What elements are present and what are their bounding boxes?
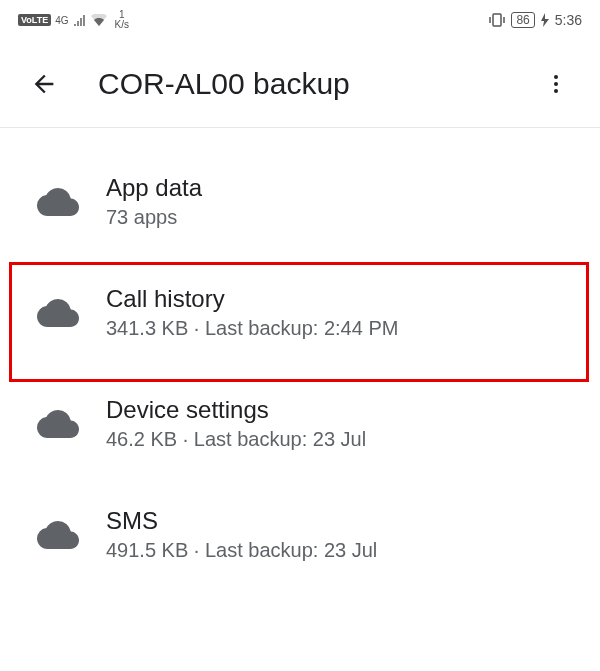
more-options-button[interactable] xyxy=(536,64,576,104)
app-bar: COR-AL00 backup xyxy=(0,40,600,128)
back-button[interactable] xyxy=(24,64,64,104)
item-title: Call history xyxy=(106,285,576,313)
cloud-icon xyxy=(24,299,92,327)
clock: 5:36 xyxy=(555,12,582,28)
page-title: COR-AL00 backup xyxy=(98,67,536,101)
speed-unit: K/s xyxy=(115,20,129,30)
list-item-sms[interactable]: SMS 491.5 KB · Last backup: 23 Jul xyxy=(0,479,600,590)
signal-icon xyxy=(73,14,87,26)
list-item-call-history[interactable]: Call history 341.3 KB · Last backup: 2:4… xyxy=(0,257,600,368)
battery-indicator: 86 xyxy=(511,12,534,28)
item-subtitle: 46.2 KB · Last backup: 23 Jul xyxy=(106,428,576,451)
list-item-app-data[interactable]: App data 73 apps xyxy=(0,146,600,257)
backup-list: App data 73 apps Call history 341.3 KB ·… xyxy=(0,128,600,590)
item-text: Device settings 46.2 KB · Last backup: 2… xyxy=(106,396,576,451)
arrow-back-icon xyxy=(30,70,58,98)
charging-icon xyxy=(541,13,549,27)
status-right: 86 5:36 xyxy=(489,12,582,28)
svg-rect-0 xyxy=(493,14,501,26)
svg-point-3 xyxy=(554,89,558,93)
item-text: App data 73 apps xyxy=(106,174,576,229)
item-title: App data xyxy=(106,174,576,202)
status-left: VoLTE 4G 1 K/s xyxy=(18,10,129,30)
status-bar: VoLTE 4G 1 K/s 86 5:36 xyxy=(0,0,600,40)
more-vert-icon xyxy=(544,72,568,96)
item-title: Device settings xyxy=(106,396,576,424)
item-title: SMS xyxy=(106,507,576,535)
network-indicator: 4G xyxy=(55,15,68,26)
svg-point-2 xyxy=(554,82,558,86)
item-text: SMS 491.5 KB · Last backup: 23 Jul xyxy=(106,507,576,562)
item-subtitle: 341.3 KB · Last backup: 2:44 PM xyxy=(106,317,576,340)
item-subtitle: 491.5 KB · Last backup: 23 Jul xyxy=(106,539,576,562)
list-item-device-settings[interactable]: Device settings 46.2 KB · Last backup: 2… xyxy=(0,368,600,479)
vibrate-icon xyxy=(489,13,505,27)
cloud-icon xyxy=(24,188,92,216)
cloud-icon xyxy=(24,521,92,549)
cloud-icon xyxy=(24,410,92,438)
wifi-icon xyxy=(91,14,107,26)
svg-point-1 xyxy=(554,75,558,79)
network-speed: 1 K/s xyxy=(115,10,129,30)
item-text: Call history 341.3 KB · Last backup: 2:4… xyxy=(106,285,576,340)
item-subtitle: 73 apps xyxy=(106,206,576,229)
volte-badge: VoLTE xyxy=(18,14,51,26)
